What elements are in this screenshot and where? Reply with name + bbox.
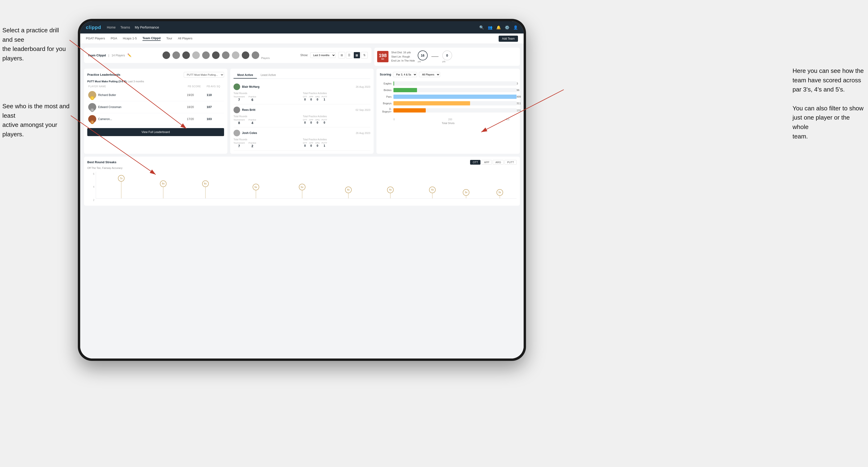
- activity-card: Most Active Least Active Blair McHarg 26…: [230, 69, 374, 154]
- eagles-value: 3: [517, 82, 524, 85]
- main-content: Team Clippd | 14 Players ✏️: [80, 44, 524, 359]
- team-separator: |: [108, 54, 109, 57]
- pars-fill: [394, 95, 517, 99]
- rank-2-badge: 2: [90, 108, 94, 112]
- streak-subtitle: Off The Tee, Fairway Accuracy: [87, 166, 517, 169]
- subnav-tour[interactable]: Tour: [166, 36, 172, 40]
- leaderboard-card-header: Practice Leaderboards PUTT Must Make Put…: [87, 72, 224, 77]
- shot-badge: 198 SC: [377, 51, 389, 62]
- show-control: Show: Last 3 months Last 6 months Last y…: [300, 52, 335, 58]
- streak-dot: 4x: [429, 187, 436, 193]
- ott-tab-btn[interactable]: OTT: [470, 160, 480, 165]
- player-3-score: 17/20: [187, 118, 206, 121]
- subnav-pga[interactable]: PGA: [111, 36, 117, 40]
- team-header: Team Clippd | 14 Players ✏️: [84, 48, 371, 63]
- grid-view-btn[interactable]: ⊞: [338, 52, 345, 59]
- activity-row-2: Rees Britt 02 Sep 2023 Total Rounds Tour…: [234, 104, 370, 127]
- eagles-label: Eagles: [380, 82, 392, 85]
- tablet-screen: clippd Home Teams My Performance 🔍 👥 🔔 ⚙…: [80, 21, 524, 359]
- activity-player-2-date: 02 Sep 2023: [356, 108, 370, 111]
- col-player: PLAYER NAME: [88, 85, 188, 88]
- list-view-btn[interactable]: ☰: [346, 52, 352, 59]
- activity-row-1: Blair McHarg 26 Aug 2023 Total Rounds To…: [234, 81, 370, 104]
- rounds-cols-3: Tournament 7 Practice 2: [234, 142, 301, 148]
- player-avatar-5: [202, 51, 210, 59]
- total-rounds-group-3: Total Rounds Tournament 7 Practice 2: [234, 138, 301, 148]
- bogeys-value: 311: [517, 102, 524, 105]
- activity-player-1-date: 26 Aug 2023: [356, 85, 370, 88]
- subnav-team-clippd[interactable]: Team Clippd: [143, 36, 161, 41]
- navbar-links: Home Teams My Performance: [107, 26, 474, 29]
- player-avatar-4: [192, 51, 200, 59]
- team-title: Team Clippd: [88, 54, 106, 57]
- activity-player-1-header: Blair McHarg 26 Aug 2023: [234, 84, 370, 90]
- subnav-pgat[interactable]: PGAT Players: [86, 36, 105, 40]
- filter-view-btn[interactable]: ⇅: [361, 52, 368, 59]
- pars-value: 499: [517, 95, 524, 98]
- player-2-info: 2 Edward Crossman: [88, 103, 186, 111]
- settings-icon[interactable]: ⚙️: [505, 25, 509, 30]
- tablet-frame: clippd Home Teams My Performance 🔍 👥 🔔 ⚙…: [78, 19, 526, 361]
- activity-player-2-name: Rees Britt: [242, 108, 354, 112]
- player-avatar-3: [182, 51, 190, 59]
- app-tab-btn[interactable]: APP: [482, 160, 492, 165]
- player-avatar-1: [162, 51, 170, 59]
- dbogeys-bar-row: D. Bogeys+ 131: [380, 108, 517, 113]
- drill-select[interactable]: PUTT Must Make Putting...: [184, 72, 224, 77]
- most-active-tab[interactable]: Most Active: [234, 72, 257, 79]
- player-filter-select[interactable]: All Players: [419, 72, 440, 77]
- subnav-hcaps[interactable]: Hcaps 1-5: [123, 36, 137, 40]
- avatar-icon[interactable]: 👤: [513, 25, 518, 30]
- least-active-tab[interactable]: Least Active: [257, 72, 280, 79]
- activity-player-1-name: Blair McHarg: [242, 85, 354, 88]
- player-avatar-6: [212, 51, 220, 59]
- par-filter-select[interactable]: Par 3, 4 & 5s: [393, 72, 417, 77]
- pars-label: Pars: [380, 95, 392, 98]
- practice-stat: Practice 6: [249, 96, 256, 102]
- y-6: 6: [87, 173, 94, 175]
- view-leaderboard-button[interactable]: View Full Leaderboard: [87, 128, 224, 136]
- streak-dot: 4x: [387, 187, 394, 193]
- leaderboard-row: 3 Cameron... 17/20 103: [87, 113, 224, 125]
- streak-dot: 6x: [160, 181, 166, 187]
- people-icon[interactable]: 👥: [488, 25, 493, 30]
- activity-stats-3: Total Rounds Tournament 7 Practice 2: [234, 138, 370, 148]
- leaderboard-cols: PLAYER NAME PB SCORE PB AVG SQ: [87, 85, 224, 88]
- search-icon[interactable]: 🔍: [479, 25, 484, 30]
- activity-tabs: Most Active Least Active: [234, 72, 370, 79]
- annotation-left-1: Select a practice drill and seethe leade…: [2, 26, 71, 63]
- annotation-left-1-text: Select a practice drill and seethe leade…: [2, 27, 66, 62]
- putt-tab-btn[interactable]: PUTT: [504, 160, 517, 165]
- y-axis: 6 4 2: [87, 172, 94, 203]
- player-3-avatar: 3: [88, 115, 96, 123]
- annotation-right: Here you can see how theteam have scored…: [793, 66, 866, 141]
- shot-details: Shot Dist: 16 yds Start Lie: Rough End L…: [391, 51, 415, 63]
- streak-dot: 3x: [497, 189, 503, 196]
- birdies-track: 96: [394, 88, 517, 92]
- nav-teams[interactable]: Teams: [120, 26, 130, 29]
- player-1-score: 19/20: [187, 93, 206, 97]
- card-view-btn[interactable]: ▦: [353, 52, 360, 59]
- bell-icon[interactable]: 🔔: [496, 25, 501, 30]
- nav-my-performance[interactable]: My Performance: [135, 26, 159, 29]
- subnav-all-players[interactable]: All Players: [178, 36, 192, 40]
- add-team-button[interactable]: Add Team: [499, 36, 518, 42]
- show-period-select[interactable]: Last 3 months Last 6 months Last year: [310, 52, 336, 58]
- content-grid: Practice Leaderboards PUTT Must Make Put…: [84, 69, 520, 154]
- rounds-cols: Tournament 7 Practice 6: [234, 96, 301, 102]
- tournament-stat: Tournament 7: [234, 96, 245, 102]
- streaks-title: Best Round Streaks: [87, 160, 117, 164]
- nav-home[interactable]: Home: [107, 26, 116, 29]
- show-label: Show:: [300, 54, 308, 57]
- streak-chart-area: 6 4 2 7x6x6x5x5x4x4x4x3x3x: [87, 172, 517, 203]
- player-2-avg: 107: [207, 105, 223, 109]
- chart-x-axis: 0 200 400: [380, 118, 517, 121]
- y-2: 2: [87, 199, 94, 201]
- shot-detail-2: Start Lie: Rough: [391, 55, 415, 59]
- practice-leaderboard-card: Practice Leaderboards PUTT Must Make Put…: [84, 69, 227, 154]
- activity-player-3-date: 26 Aug 2023: [356, 132, 370, 134]
- edit-team-icon[interactable]: ✏️: [127, 53, 131, 57]
- arg-tab-btn[interactable]: ARG: [493, 160, 503, 165]
- app-stat: APP 0: [309, 96, 313, 101]
- dbogeys-value: 131: [517, 109, 524, 112]
